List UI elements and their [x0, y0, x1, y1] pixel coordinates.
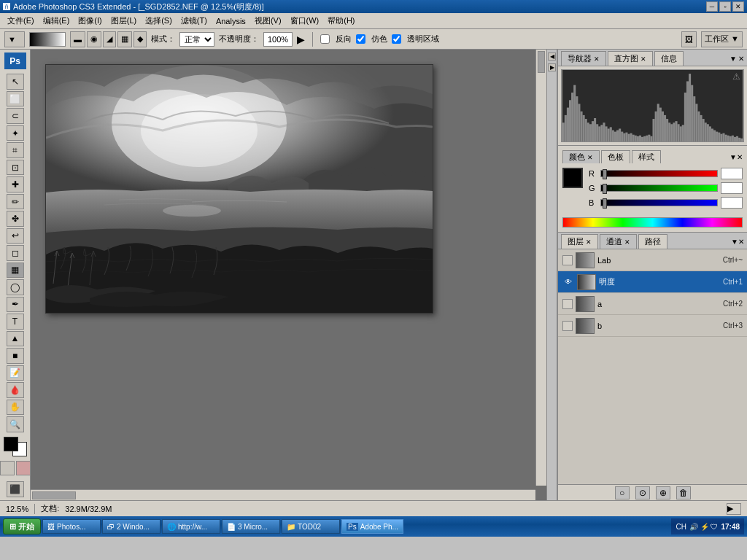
menu-analysis[interactable]: Analysis: [212, 15, 250, 27]
restore-button[interactable]: ▫: [719, 1, 731, 12]
eye-lightness[interactable]: 👁: [562, 276, 574, 288]
move-tool[interactable]: ↖: [7, 74, 24, 89]
b-input[interactable]: 0: [721, 197, 743, 209]
lasso-tool[interactable]: ⊂: [7, 108, 24, 123]
close-navigator-tab[interactable]: ✕: [594, 55, 600, 63]
opacity-input[interactable]: [263, 32, 293, 47]
shape-tool[interactable]: ■: [7, 348, 24, 363]
menu-layer[interactable]: 图层(L): [107, 14, 141, 28]
color-spectrum[interactable]: [562, 217, 743, 228]
vertical-scroll-thumb[interactable]: [538, 51, 545, 73]
menu-select[interactable]: 选择(S): [141, 14, 177, 28]
g-slider[interactable]: [600, 184, 718, 192]
panel-close-btn[interactable]: ✕: [738, 55, 744, 63]
close-histogram-tab[interactable]: ✕: [640, 55, 646, 63]
reflected-gradient-btn[interactable]: ▦: [117, 31, 132, 47]
tab-layers[interactable]: 图层 ✕: [561, 234, 598, 249]
menu-view[interactable]: 视图(V): [250, 14, 286, 28]
marquee-tool[interactable]: ⬜: [7, 91, 24, 106]
diamond-gradient-btn[interactable]: ◆: [133, 31, 147, 47]
canvas-scrollbar-right[interactable]: [535, 50, 546, 486]
collapse-button[interactable]: ◀: [548, 52, 556, 61]
taskbar-adobe[interactable]: Ps Adobe Ph...: [341, 519, 403, 534]
foreground-color[interactable]: [4, 437, 18, 451]
brush-preset-button[interactable]: ▼: [4, 31, 25, 47]
hand-tool[interactable]: ✋: [7, 400, 24, 415]
path-select-tool[interactable]: ▲: [7, 331, 24, 346]
menu-edit[interactable]: 编辑(E): [39, 14, 74, 28]
layers-panel-menu[interactable]: ▼: [731, 238, 738, 246]
angle-gradient-btn[interactable]: ◢: [103, 31, 116, 47]
panel-menu-btn[interactable]: ▼: [729, 55, 737, 63]
taskbar-folder[interactable]: 📁 TOD02: [282, 519, 340, 534]
tab-paths[interactable]: 路径: [638, 234, 667, 249]
notes-tool[interactable]: 📝: [7, 365, 24, 381]
simulate-checkbox[interactable]: [356, 34, 365, 44]
tab-swatches[interactable]: 色板: [601, 150, 630, 163]
visibility-lab[interactable]: [562, 255, 573, 265]
pen-tool[interactable]: ✒: [7, 297, 24, 312]
linear-gradient-btn[interactable]: ▬: [70, 31, 85, 47]
close-color-tab[interactable]: ✕: [587, 154, 593, 161]
workspace-select[interactable]: 工作区 ▼: [701, 31, 743, 47]
gradient-tool[interactable]: ▦: [7, 262, 24, 278]
layer-row-b[interactable]: b Ctrl+3: [558, 315, 747, 337]
expand-button[interactable]: ▶: [548, 63, 556, 71]
taskbar-windows[interactable]: 🗗 2 Windo...: [102, 519, 160, 534]
layer-row-lightness[interactable]: 👁 明度 Ctrl+1: [558, 271, 747, 293]
gradient-preview[interactable]: [29, 32, 66, 47]
tab-styles[interactable]: 样式: [632, 150, 661, 163]
close-channels-tab[interactable]: ✕: [624, 238, 630, 246]
eyedropper-tool[interactable]: 🩸: [7, 382, 24, 397]
layers-panel-close[interactable]: ✕: [738, 238, 744, 246]
canvas-area[interactable]: [31, 50, 546, 500]
visibility-b[interactable]: [562, 321, 573, 331]
transparency-checkbox[interactable]: [392, 34, 401, 44]
history-tool[interactable]: ↩: [7, 228, 24, 244]
zoom-tool[interactable]: 🔍: [7, 416, 24, 432]
save-selection-btn[interactable]: ⊕: [656, 486, 670, 499]
visibility-a[interactable]: [562, 299, 573, 309]
b-slider-thumb[interactable]: [603, 198, 607, 209]
workspace-icon[interactable]: 🖼: [681, 31, 697, 47]
b-slider[interactable]: [600, 199, 718, 206]
close-layers-tab[interactable]: ✕: [586, 238, 592, 246]
layer-row-a[interactable]: a Ctrl+2: [558, 293, 747, 315]
eraser-tool[interactable]: ◻: [7, 245, 24, 260]
g-input[interactable]: 0: [721, 182, 743, 194]
close-button[interactable]: ✕: [732, 1, 744, 12]
text-tool[interactable]: T: [7, 314, 24, 329]
r-slider-thumb[interactable]: [603, 169, 607, 179]
screen-mode-1[interactable]: ⬛: [7, 481, 24, 497]
load-selection-btn[interactable]: ⊙: [635, 486, 650, 499]
r-slider[interactable]: [600, 170, 718, 177]
minimize-button[interactable]: ─: [706, 1, 718, 12]
crop-tool[interactable]: ⌗: [7, 142, 24, 158]
reverse-checkbox[interactable]: [320, 34, 330, 44]
color-panel-close[interactable]: ✕: [737, 153, 743, 161]
start-button[interactable]: ⊞ 开始: [3, 518, 41, 534]
g-slider-thumb[interactable]: [603, 184, 607, 194]
tab-histogram[interactable]: 直方图 ✕: [608, 51, 653, 66]
taskbar-word[interactable]: 📄 3 Micro...: [222, 519, 280, 534]
taskbar-ie[interactable]: 🌐 http://w...: [162, 519, 220, 534]
menu-file[interactable]: 文件(E): [3, 14, 39, 28]
status-arrow[interactable]: ▶: [727, 503, 741, 515]
menu-filter[interactable]: 滤镜(T): [177, 14, 212, 28]
standard-mode[interactable]: [0, 461, 15, 475]
tab-info[interactable]: 信息: [654, 51, 684, 66]
taskbar-photos[interactable]: 🖼 Photos...: [42, 519, 101, 534]
r-input[interactable]: 0: [721, 168, 743, 179]
current-color-swatch[interactable]: [562, 168, 583, 188]
layer-row-lab[interactable]: Lab Ctrl+~: [558, 249, 747, 271]
brush-tool[interactable]: ✏: [7, 194, 24, 209]
color-panel-menu[interactable]: ▼: [729, 153, 737, 161]
opacity-arrow[interactable]: ▶: [297, 34, 305, 45]
radial-gradient-btn[interactable]: ◉: [87, 31, 101, 47]
stamp-tool[interactable]: ✤: [7, 211, 24, 226]
new-channel-btn[interactable]: ○: [615, 486, 630, 499]
tab-color[interactable]: 颜色 ✕: [562, 150, 600, 163]
delete-channel-btn[interactable]: 🗑: [676, 486, 691, 499]
horizontal-scroll-thumb[interactable]: [32, 491, 76, 499]
slice-tool[interactable]: ⊡: [7, 160, 24, 175]
